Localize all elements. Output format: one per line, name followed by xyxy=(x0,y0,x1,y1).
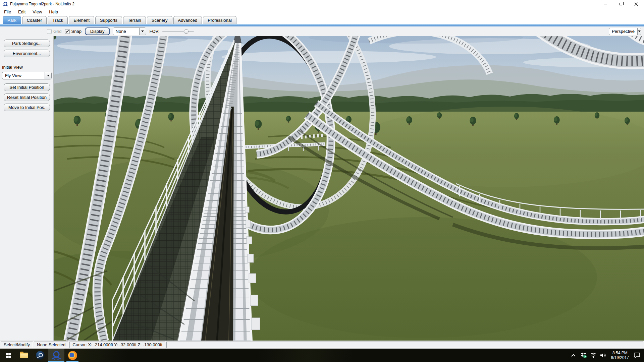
nolimits2-icon xyxy=(51,350,61,360)
display-mode-dropdown[interactable]: None xyxy=(113,27,146,35)
file-explorer-icon xyxy=(20,353,28,358)
minimize-icon xyxy=(604,4,607,4)
move-to-initial-pos-button[interactable]: Move to Initial Pos. xyxy=(4,104,50,111)
fov-label: FOV: xyxy=(150,29,160,34)
scene-3d xyxy=(54,36,644,341)
initial-view-value: Fly View xyxy=(2,73,45,78)
chevron-down-icon xyxy=(637,28,641,35)
speaker-icon xyxy=(600,352,606,358)
snap-checkbox[interactable] xyxy=(65,29,70,34)
tray-expand-button[interactable] xyxy=(571,351,578,360)
tab-professional[interactable]: Professional xyxy=(203,16,236,24)
projection-dropdown[interactable]: Perspective xyxy=(609,28,641,35)
fov-slider-track xyxy=(162,31,194,32)
nolimits-app-icon xyxy=(3,1,8,7)
close-button[interactable] xyxy=(629,0,644,8)
snap-label: Snap xyxy=(71,29,82,34)
menu-help[interactable]: Help xyxy=(46,9,61,15)
status-mode: Select/Modify xyxy=(1,342,33,348)
start-button[interactable] xyxy=(0,349,16,362)
park-settings-button[interactable]: Park Settings... xyxy=(4,40,50,47)
menu-view[interactable]: View xyxy=(30,9,45,15)
display-button[interactable]: Display xyxy=(85,27,110,35)
tray-network[interactable] xyxy=(590,351,597,360)
restore-button[interactable] xyxy=(613,0,629,8)
title-bar: Fujuyama Togo.nl2park - NoLimits 2 xyxy=(0,0,644,8)
chevron-down-icon xyxy=(45,72,51,79)
fov-slider[interactable] xyxy=(162,29,194,34)
chevron-down-icon xyxy=(139,28,146,35)
tab-park[interactable]: Park xyxy=(3,16,21,24)
window-title: Fujuyama Togo.nl2park - NoLimits 2 xyxy=(10,2,74,6)
park-sidebar: Park Settings... Environment... Initial … xyxy=(0,36,54,341)
action-center-button[interactable] xyxy=(633,351,641,360)
reset-initial-position-button[interactable]: Reset Initial Position xyxy=(4,94,50,101)
set-initial-position-button[interactable]: Set Initial Position xyxy=(4,83,50,91)
clock-time: 8:54 PM xyxy=(611,351,629,355)
dropbox-icon xyxy=(580,352,587,359)
tab-track[interactable]: Track xyxy=(48,16,68,24)
menu-edit[interactable]: Edit xyxy=(15,9,29,15)
tab-supports[interactable]: Supports xyxy=(95,16,122,24)
display-mode-value: None xyxy=(113,29,139,34)
windows-taskbar: 8:54 PM 9/19/2017 xyxy=(0,349,644,362)
toolbar: Grid Snap Display None FOV: Perspective xyxy=(0,26,644,36)
taskbar-clock[interactable]: 8:54 PM 9/19/2017 xyxy=(609,351,631,360)
firefox-icon xyxy=(68,351,77,360)
taskbar-firefox[interactable] xyxy=(64,349,80,362)
tab-scenery[interactable]: Scenery xyxy=(147,16,172,24)
taskbar-steam[interactable] xyxy=(32,349,48,362)
grid-label: Grid xyxy=(53,29,62,34)
viewport-3d[interactable] xyxy=(54,36,644,341)
status-spacer xyxy=(166,342,643,348)
clock-date: 9/19/2017 xyxy=(611,355,629,360)
notification-icon xyxy=(633,352,641,359)
steam-icon xyxy=(36,351,45,360)
initial-view-label: Initial View xyxy=(2,65,53,70)
chevron-up-icon xyxy=(571,354,576,358)
tray-dropbox[interactable] xyxy=(580,351,587,360)
status-bar: Select/Modify None Selected Cursor: X: -… xyxy=(0,341,644,349)
checkmark-icon xyxy=(65,29,69,33)
close-icon xyxy=(635,2,638,6)
minimize-button[interactable] xyxy=(598,0,613,8)
accent-strip xyxy=(0,24,644,26)
tab-coaster[interactable]: Coaster xyxy=(22,16,47,24)
wifi-icon xyxy=(590,352,597,358)
tab-advanced[interactable]: Advanced xyxy=(173,16,202,24)
windows-logo-icon xyxy=(6,353,11,358)
projection-value: Perspective xyxy=(609,29,637,34)
tray-volume[interactable] xyxy=(599,351,607,360)
menu-file[interactable]: File xyxy=(1,9,14,15)
grid-checkbox[interactable] xyxy=(47,29,52,34)
environment-button[interactable]: Environment... xyxy=(4,50,50,57)
restore-icon xyxy=(620,3,622,5)
tab-element[interactable]: Element xyxy=(69,16,94,24)
status-selection: None Selected xyxy=(34,342,68,348)
fov-slider-thumb[interactable] xyxy=(184,29,189,34)
tab-terrain[interactable]: Terrain xyxy=(123,16,146,24)
system-tray: 8:54 PM 9/19/2017 xyxy=(571,349,644,362)
status-cursor: Cursor: X: -214.000ft Y: -32.000ft Z: -1… xyxy=(69,342,165,348)
tab-bar: Park Coaster Track Element Supports Terr… xyxy=(0,15,644,24)
taskbar-file-explorer[interactable] xyxy=(16,349,32,362)
taskbar-nolimits2[interactable] xyxy=(48,349,64,362)
nolimits2-window: Fujuyama Togo.nl2park - NoLimits 2 File … xyxy=(0,0,644,362)
menu-bar: File Edit View Help xyxy=(0,8,644,15)
initial-view-dropdown[interactable]: Fly View xyxy=(2,72,52,79)
